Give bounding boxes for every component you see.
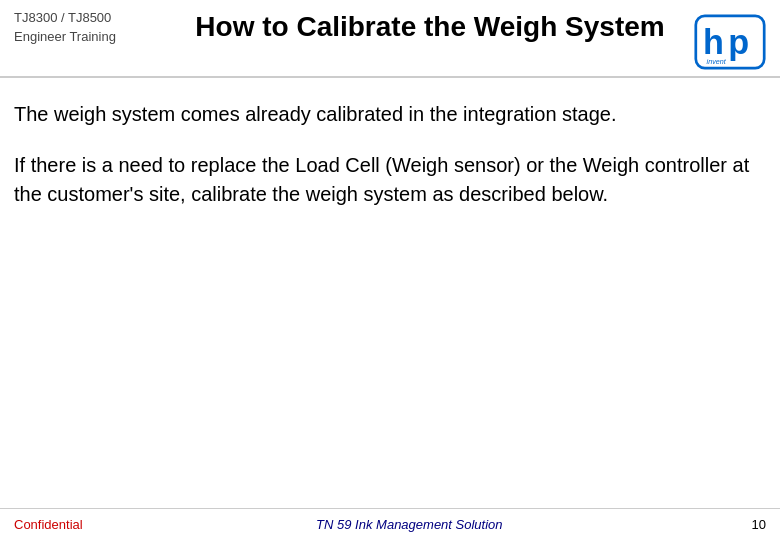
paragraph-1: The weigh system comes already calibrate… — [14, 100, 766, 129]
document-title: TN 59 Ink Management Solution — [83, 517, 736, 532]
page-title: How to Calibrate the Weigh System — [195, 10, 664, 44]
hp-logo-area: h p invent — [676, 10, 766, 70]
header: TJ8300 / TJ8500 Engineer Training How to… — [0, 0, 780, 78]
svg-text:invent: invent — [707, 58, 727, 67]
model-number: TJ8300 / TJ8500 — [14, 10, 184, 27]
header-title-area: How to Calibrate the Weigh System — [184, 10, 676, 44]
footer: Confidential TN 59 Ink Management Soluti… — [0, 508, 780, 540]
hp-logo-icon: h p invent — [694, 14, 766, 70]
confidential-label: Confidential — [14, 517, 83, 532]
svg-text:h: h — [703, 23, 724, 61]
engineer-training-label: Engineer Training — [14, 29, 184, 46]
header-left: TJ8300 / TJ8500 Engineer Training — [14, 10, 184, 46]
page: TJ8300 / TJ8500 Engineer Training How to… — [0, 0, 780, 540]
main-content: The weigh system comes already calibrate… — [0, 78, 780, 508]
page-number: 10 — [736, 517, 766, 532]
svg-text:p: p — [728, 23, 749, 61]
paragraph-2: If there is a need to replace the Load C… — [14, 151, 766, 209]
